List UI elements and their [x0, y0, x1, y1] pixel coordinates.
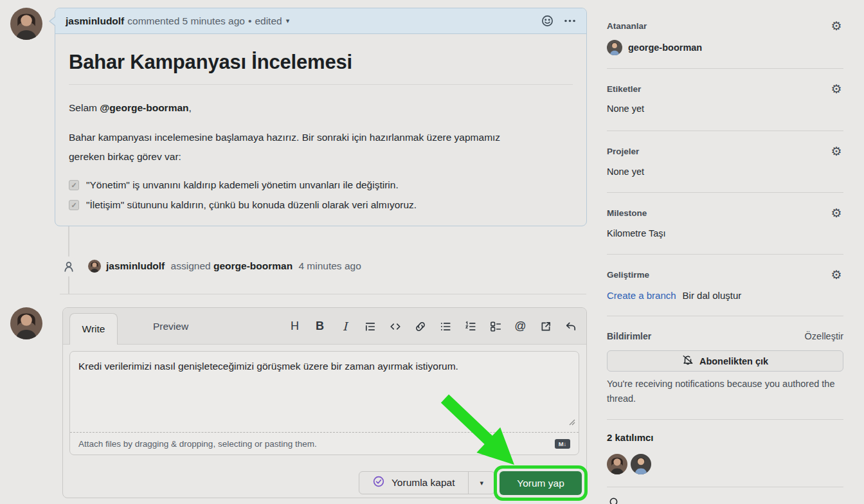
unsubscribe-button[interactable]: Abonelikten çık	[607, 350, 843, 372]
divider	[60, 294, 586, 294]
closed-check-icon	[373, 476, 384, 490]
chevron-down-icon[interactable]: ▾	[286, 17, 290, 25]
comment-author[interactable]: jasminludolf	[66, 15, 124, 27]
comment-meta: commented 5 minutes ago	[127, 15, 245, 27]
ordered-list-icon[interactable]	[464, 320, 476, 332]
gear-icon[interactable]: ⚙	[830, 83, 843, 96]
comment-paragraph: Bahar kampanyası incelemesine başlamaya …	[69, 128, 526, 166]
tasklist-icon[interactable]	[489, 320, 501, 332]
emoji-reaction-icon[interactable]	[541, 15, 554, 27]
task-list: ✓ "Yönetim" iş unvanını kaldırıp kademel…	[69, 175, 573, 215]
close-button-label: Yorumla kapat	[392, 477, 455, 489]
unordered-list-icon[interactable]	[439, 320, 451, 332]
event-target[interactable]: george-boorman	[213, 260, 292, 271]
quote-icon[interactable]	[364, 320, 376, 332]
cross-reference-icon[interactable]	[539, 320, 552, 332]
comment-textarea[interactable]: Kredi verilerimizi nasıl genişleteceğimi…	[69, 351, 579, 455]
notifications-note: You're receiving notifications because y…	[607, 377, 843, 406]
divider	[607, 419, 843, 420]
markdown-icon[interactable]: M↓	[555, 439, 570, 449]
user-mention[interactable]: @george-boorman	[100, 102, 188, 113]
task-item: ✓ "İletişim" sütununu kaldırın, çünkü bu…	[69, 195, 573, 215]
comment-draft-text: Kredi verilerimizi nasıl genişleteceğimi…	[70, 352, 579, 381]
avatar-jasminludolf-small[interactable]	[88, 260, 101, 273]
tab-write[interactable]: Write	[69, 313, 118, 345]
person-icon	[59, 256, 78, 276]
create-branch-link[interactable]: Create a branch	[607, 290, 676, 301]
task-item: ✓ "Yönetim" iş unvanını kaldırıp kademel…	[69, 175, 573, 195]
task-label: "Yönetim" iş unvanını kaldırıp kademeli …	[86, 175, 399, 195]
projects-value: None yet	[607, 166, 644, 177]
reply-icon[interactable]	[564, 320, 577, 332]
greeting-line: Selam @george-boorman,	[69, 98, 573, 118]
assigned-event: jasminludolf assigned george-boorman 4 m…	[88, 258, 361, 274]
comment-header: jasminludolf commented 5 minutes ago • e…	[55, 8, 586, 34]
assignees-title: Atananlar	[607, 21, 647, 31]
create-branch-label: Bir dal oluştur	[683, 290, 742, 301]
tab-preview[interactable]: Preview	[139, 308, 203, 345]
chevron-down-icon[interactable]: ▾	[469, 472, 494, 494]
gear-icon[interactable]: ⚙	[830, 207, 843, 220]
gear-icon[interactable]: ⚙	[830, 20, 843, 33]
event-time: 4 minutes ago	[296, 260, 361, 271]
divider	[607, 130, 843, 131]
bold-icon[interactable]: B	[314, 320, 326, 332]
assignee-row[interactable]: george-boorman	[607, 40, 702, 55]
task-checkbox-checked[interactable]: ✓	[69, 180, 79, 190]
divider	[607, 68, 843, 69]
avatar-jasminludolf-participant[interactable]	[607, 454, 627, 474]
close-with-comment-button[interactable]: Yorumla kapat ▾	[359, 471, 495, 494]
labels-title: Etiketler	[607, 84, 641, 94]
comment-body: Bahar Kampanyası İncelemesi Selam @georg…	[55, 34, 586, 215]
milestone-value: Kilometre Taşı	[607, 228, 666, 239]
code-icon[interactable]	[389, 320, 401, 332]
heading-icon[interactable]: H	[289, 320, 301, 332]
divider	[607, 487, 843, 487]
comment-title: Bahar Kampanyası İncelemesi	[69, 46, 573, 85]
link-icon[interactable]	[414, 320, 426, 332]
form-actions: Yorumla kapat ▾ Yorum yap	[359, 471, 582, 495]
participants-label: 2 katılımcı	[607, 432, 654, 443]
markdown-toolbar: H B I @	[289, 308, 577, 345]
labels-value: None yet	[607, 104, 644, 114]
task-checkbox-checked[interactable]: ✓	[69, 200, 79, 210]
milestone-title: Milestone	[607, 208, 647, 218]
avatar-george-boorman[interactable]	[607, 40, 622, 55]
gear-icon[interactable]: ⚙	[830, 269, 843, 282]
assignee-name[interactable]: george-boorman	[628, 42, 702, 53]
comment-form: Write Preview H B I @ Kredi verilerimizi…	[62, 307, 587, 498]
unsubscribe-label: Abonelikten çık	[699, 356, 768, 366]
comment-submit-button[interactable]: Yorum yap	[500, 471, 582, 495]
mention-icon[interactable]: @	[514, 320, 526, 332]
avatar-george-boorman-participant[interactable]	[631, 454, 651, 474]
divider	[607, 254, 843, 255]
avatar-current-user[interactable]	[10, 307, 42, 339]
italic-icon[interactable]: I	[339, 320, 351, 332]
development-row: Create a branch Bir dal oluştur	[607, 290, 741, 301]
event-actor[interactable]: jasminludolf	[106, 260, 168, 271]
lock-icon[interactable]	[609, 496, 618, 504]
customize-link[interactable]: Özelleştir	[805, 331, 843, 341]
notifications-title: Bildirimler	[607, 331, 651, 341]
attach-files-area[interactable]: Attach files by dragging & dropping, sel…	[70, 432, 579, 455]
avatar-jasminludolf[interactable]	[10, 8, 42, 40]
development-title: Geliştirme	[607, 270, 649, 280]
gear-icon[interactable]: ⚙	[830, 145, 843, 158]
sidebar: Atananlar ⚙ george-boorman Etiketler ⚙ N…	[607, 0, 843, 504]
divider	[607, 316, 843, 316]
task-label: "İletişim" sütununu kaldırın, çünkü bu k…	[86, 195, 417, 215]
divider	[607, 192, 843, 193]
edited-label[interactable]: edited	[255, 15, 282, 27]
comment-card: jasminludolf commented 5 minutes ago • e…	[55, 8, 587, 226]
editor-tabs-bar: Write Preview H B I @	[63, 308, 586, 345]
attach-hint: Attach files by dragging & dropping, sel…	[78, 439, 317, 449]
resize-handle[interactable]	[568, 417, 575, 428]
bell-slash-icon	[682, 354, 694, 368]
kebab-menu-icon[interactable]	[564, 15, 576, 27]
projects-title: Projeler	[607, 147, 639, 156]
